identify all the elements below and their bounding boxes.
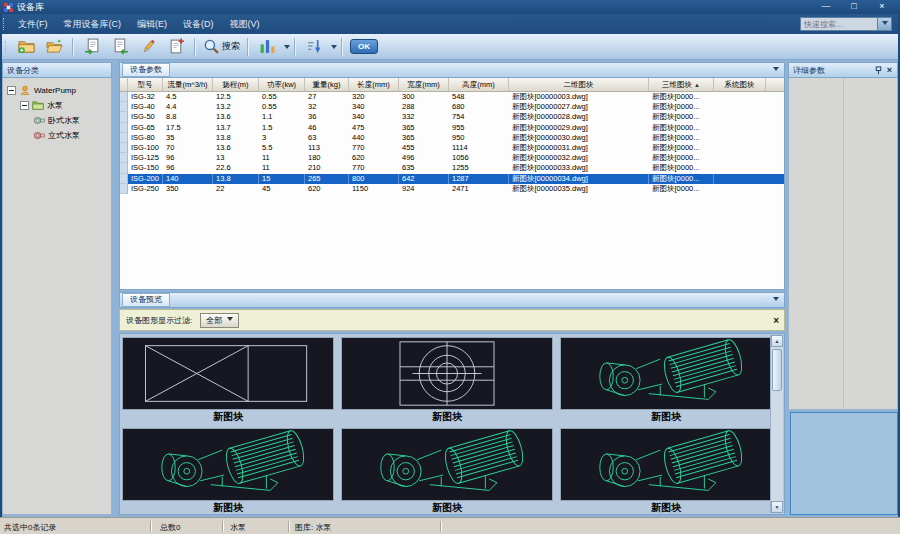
table-cell: 11 — [259, 163, 305, 173]
column-header[interactable]: 功率(kw) — [259, 78, 305, 91]
tree-item[interactable]: 水泵 — [3, 98, 111, 113]
filter-dropdown-icon — [227, 317, 233, 324]
tree-item[interactable]: WaterPump — [3, 83, 111, 98]
filter-dropdown[interactable]: 全部 — [200, 313, 239, 328]
chart-dropdown[interactable] — [284, 41, 290, 52]
sort-button[interactable] — [301, 37, 327, 57]
table-row[interactable]: ISG-1259613111806204961056新图块[00000032.d… — [120, 153, 784, 163]
table-row[interactable]: ISG-1509622.6112107706351255新图块[00000033… — [120, 163, 784, 173]
table-cell: 22.6 — [213, 163, 259, 173]
expander-icon[interactable] — [7, 86, 16, 95]
details-panel-header: 详细参数 × — [788, 62, 898, 78]
row-selector-cell[interactable] — [120, 92, 128, 102]
column-header[interactable]: 高度(mm) — [449, 78, 509, 91]
tree-item[interactable]: 立式水泵 — [3, 128, 111, 143]
column-header[interactable]: 扬程(m) — [213, 78, 259, 91]
import-block-button[interactable] — [79, 37, 105, 57]
row-selector-cell[interactable] — [120, 153, 128, 163]
pin-icon[interactable] — [874, 66, 883, 75]
table-cell: 210 — [305, 163, 349, 173]
block-thumbnail[interactable]: 新图块 — [560, 337, 772, 424]
table-cell: 770 — [349, 143, 399, 153]
table-cell: 3 — [259, 133, 305, 143]
column-header[interactable]: 长度(mm) — [349, 78, 399, 91]
close-button[interactable]: × — [868, 0, 896, 14]
row-selector-cell[interactable] — [120, 174, 128, 184]
table-cell: 新图块[0000... — [649, 163, 714, 173]
table-cell: 365 — [399, 123, 449, 133]
filter-close-icon[interactable]: × — [773, 315, 779, 326]
table-cell: 13.8 — [213, 174, 259, 184]
chart-button[interactable] — [254, 37, 280, 57]
preview-panel-title: 设备预览 — [122, 293, 170, 307]
title-bar: 设备库 —□× — [0, 0, 900, 14]
table-row[interactable]: ISG-404.413.20.5532340288680新图块[00000027… — [120, 102, 784, 112]
add-record-button[interactable] — [163, 37, 189, 57]
menu-item[interactable]: 编辑(E) — [129, 14, 175, 34]
quick-search-dropdown[interactable] — [878, 17, 892, 31]
export-block-button[interactable] — [107, 37, 133, 57]
column-header[interactable]: 二维图块 — [509, 78, 649, 91]
expander-icon[interactable] — [20, 101, 29, 110]
column-header[interactable]: 宽度(mm) — [399, 78, 449, 91]
table-cell: 13.6 — [213, 143, 259, 153]
scrollbar-thumb[interactable] — [772, 349, 782, 391]
table-body: ISG-324.512.50.5527320300548新图块[00000003… — [120, 92, 784, 194]
row-selector-cell[interactable] — [120, 143, 128, 153]
folder-icon — [32, 100, 44, 111]
block-thumbnail[interactable]: 新图块 — [341, 428, 553, 515]
preview-scrollbar[interactable]: ▲ ▼ — [770, 335, 783, 513]
row-selector-cell[interactable] — [120, 123, 128, 133]
table-cell: 新图块[0000... — [649, 133, 714, 143]
table-row[interactable]: ISG-250350224562011509242471新图块[00000035… — [120, 184, 784, 194]
column-header[interactable]: 型号 — [128, 78, 163, 91]
preview-collapse-icon[interactable] — [773, 297, 779, 304]
row-selector-cell[interactable] — [120, 102, 128, 112]
new-library-button[interactable] — [13, 37, 39, 57]
table-row[interactable]: ISG-1007013.65.51137704551114新图块[0000003… — [120, 143, 784, 153]
column-header[interactable]: 流量(m^3/h) — [163, 78, 213, 91]
row-selector-cell[interactable] — [120, 133, 128, 143]
table-row[interactable]: ISG-803513.8363440365950新图块[00000030.dwg… — [120, 133, 784, 143]
row-selector-cell[interactable] — [120, 112, 128, 122]
table-row[interactable]: ISG-324.512.50.5527320300548新图块[00000003… — [120, 92, 784, 102]
column-header[interactable]: 系统图块 — [714, 78, 766, 91]
ok-button[interactable]: OK — [348, 37, 380, 57]
block-thumbnail[interactable]: 新图块 — [341, 337, 553, 424]
menu-item[interactable]: 设备(D) — [175, 14, 222, 34]
sort-dropdown[interactable] — [331, 41, 337, 52]
search-button[interactable]: 搜索 — [201, 37, 242, 57]
block-thumbnail[interactable]: 新图块 — [122, 337, 334, 424]
menu-item[interactable]: 常用设备库(C) — [56, 14, 130, 34]
table-cell: 新图块[0000... — [649, 184, 714, 194]
row-selector-cell[interactable] — [120, 184, 128, 194]
filter-value: 全部 — [206, 315, 222, 326]
tree-item[interactable]: 卧式水泵 — [3, 113, 111, 128]
sidebar-header: 设备分类 — [2, 62, 112, 78]
scroll-up-icon[interactable]: ▲ — [771, 335, 783, 347]
table-row[interactable]: ISG-6517.513.71.546475365955新图块[00000029… — [120, 123, 784, 133]
table-row[interactable]: ISG-508.813.61.136340332754新图块[00000028.… — [120, 112, 784, 122]
table-cell: ISG-32 — [128, 92, 163, 102]
block-thumbnail[interactable]: 新图块 — [122, 428, 334, 515]
column-header[interactable]: 三维图块▲ — [649, 78, 714, 91]
block-thumbnail[interactable]: 新图块 — [560, 428, 772, 515]
column-header[interactable]: 重量(kg) — [305, 78, 349, 91]
minimize-button[interactable]: — — [812, 0, 840, 14]
open-library-button[interactable] — [41, 37, 67, 57]
maximize-button[interactable]: □ — [840, 0, 868, 14]
params-collapse-icon[interactable] — [773, 67, 779, 74]
scroll-down-icon[interactable]: ▼ — [771, 501, 783, 513]
table-cell: 13.2 — [213, 102, 259, 112]
table-cell: 754 — [449, 112, 509, 122]
row-selector-cell[interactable] — [120, 163, 128, 173]
table-row[interactable]: ISG-20014013.8152658006421287新图块[0000003… — [120, 174, 784, 184]
table-cell: 63 — [305, 133, 349, 143]
menu-item[interactable]: 文件(F) — [10, 14, 56, 34]
quick-search — [800, 17, 892, 31]
quick-search-input[interactable] — [800, 17, 878, 31]
edit-record-button[interactable] — [135, 37, 161, 57]
status-field: 共选中0条记录 — [4, 522, 56, 533]
details-close-icon[interactable]: × — [887, 65, 892, 75]
menu-item[interactable]: 视图(V) — [222, 14, 268, 34]
